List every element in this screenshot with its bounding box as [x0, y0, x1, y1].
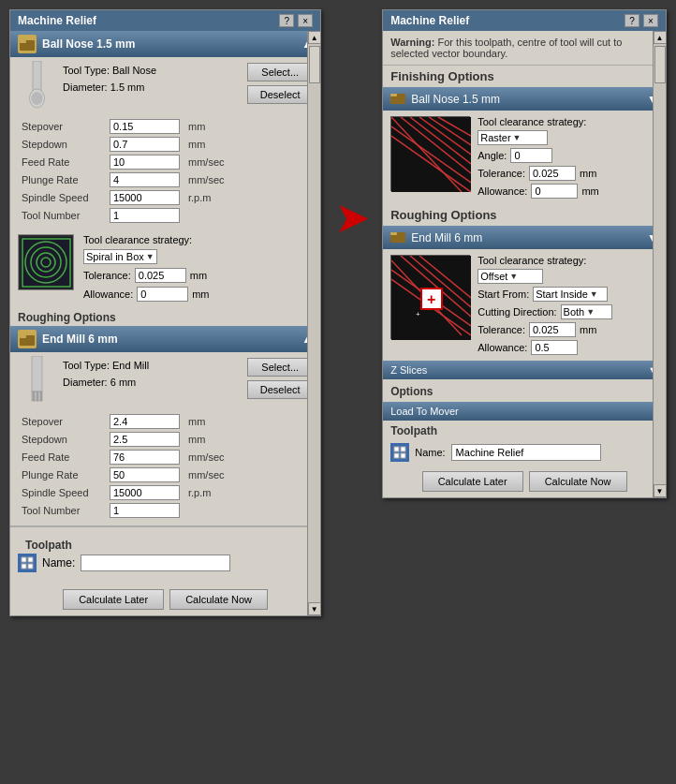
- scroll-track[interactable]: [308, 44, 320, 602]
- f-stepover-input[interactable]: [110, 119, 180, 134]
- r-toolnum-label: Tool Number: [22, 505, 106, 516]
- left-panel-titlebar: Machine Relief ? ×: [10, 10, 320, 31]
- warning-label: Warning:: [390, 37, 434, 48]
- f-stepdown-input[interactable]: [110, 137, 180, 152]
- finishing-select-button[interactable]: Select...: [247, 63, 313, 81]
- right-r-strategy-label: Tool clearance strategy:: [478, 255, 611, 266]
- right-toolpath-title: Toolpath: [383, 421, 666, 439]
- right-r-cutdir-arrow: ▼: [586, 307, 595, 317]
- right-f-strategy-arrow: ▼: [513, 133, 522, 142]
- f-spindle-input[interactable]: [110, 190, 180, 205]
- r-spindle-unit: r.p.m: [188, 487, 235, 498]
- finishing-deselect-button[interactable]: Deselect: [247, 85, 313, 104]
- f-spindle-unit: r.p.m: [188, 192, 235, 203]
- zslices-label: Z Slices: [390, 364, 427, 376]
- roughing-select-button[interactable]: Select...: [247, 358, 313, 377]
- finishing-tolerance-input[interactable]: [135, 268, 186, 283]
- right-r-cutdir-select[interactable]: Both ▼: [561, 304, 612, 319]
- right-calc-now-button[interactable]: Calculate Now: [529, 471, 627, 492]
- r-stepover-label: Stepover: [22, 416, 106, 427]
- finishing-strategy-select[interactable]: Spiral in Box ▼: [83, 249, 157, 264]
- svg-rect-20: [22, 564, 26, 569]
- right-name-label: Name:: [415, 447, 445, 458]
- right-scroll-up-btn[interactable]: ▲: [654, 31, 667, 44]
- r-stepdown-label: Stepdown: [22, 434, 106, 445]
- right-finishing-controls: Tool clearance strategy: Raster ▼ Angle:…: [478, 116, 599, 199]
- svg-rect-12: [20, 335, 26, 338]
- f-toolnum-input[interactable]: [110, 208, 180, 223]
- right-r-startfrom-label: Start From:: [478, 288, 529, 300]
- left-scrollbar[interactable]: ▲ ▼: [307, 31, 320, 615]
- right-roughing-content: + + Tool clearance strategy: Offset ▼ St…: [383, 249, 666, 361]
- right-titlebar-buttons: ? ×: [625, 14, 658, 27]
- right-f-angle-input[interactable]: [510, 148, 552, 163]
- r-plungerate-input[interactable]: [110, 467, 180, 482]
- right-f-tolerance-row: Tolerance: mm: [478, 166, 599, 181]
- svg-rect-5: [21, 237, 72, 288]
- close-button[interactable]: ×: [298, 14, 313, 27]
- right-f-tolerance-input[interactable]: [529, 166, 576, 181]
- help-button[interactable]: ?: [279, 14, 294, 27]
- right-help-button[interactable]: ?: [625, 14, 639, 27]
- r-stepdown-input[interactable]: [110, 432, 180, 447]
- right-scrollbar[interactable]: ▲ ▼: [653, 31, 666, 497]
- load-label: Load To Mover: [390, 406, 459, 417]
- right-name-row: Name:: [383, 439, 666, 466]
- finishing-allowance-unit: mm: [192, 288, 209, 300]
- right-r-strategy-select[interactable]: Offset ▼: [478, 269, 543, 284]
- r-plungerate-label: Plunge Rate: [22, 469, 106, 481]
- right-roughing-folder-icon: [390, 229, 405, 245]
- left-bottom-buttons: Calculate Later Calculate Now: [10, 584, 320, 615]
- right-r-startfrom-select[interactable]: Start Inside ▼: [533, 287, 608, 302]
- right-close-button[interactable]: ×: [643, 14, 658, 27]
- right-r-cutdir-label: Cutting Direction:: [478, 306, 556, 318]
- finishing-tolerance-unit: mm: [190, 270, 207, 281]
- r-feedrate-label: Feed Rate: [22, 451, 106, 463]
- finishing-tool-actions: Select... Deselect: [247, 63, 313, 104]
- finishing-allowance-input[interactable]: [137, 287, 188, 302]
- left-calc-now-button[interactable]: Calculate Now: [169, 589, 268, 610]
- r-spindle-label: Spindle Speed: [22, 487, 106, 498]
- r-spindle-input[interactable]: [110, 485, 180, 500]
- right-r-tolerance-input[interactable]: [529, 322, 576, 337]
- svg-rect-1: [20, 40, 26, 43]
- titlebar-buttons: ? ×: [279, 14, 313, 27]
- right-roughing-title: Roughing Options: [383, 204, 666, 226]
- right-scroll-thumb[interactable]: [654, 46, 666, 83]
- svg-rect-21: [28, 564, 33, 569]
- r-feedrate-input[interactable]: [110, 450, 180, 465]
- right-scroll-track[interactable]: [654, 44, 666, 484]
- right-r-startfrom-value: Start Inside: [536, 288, 588, 300]
- finishing-params-grid: Stepover mm Stepdown mm Feed Rate mm/sec…: [10, 115, 320, 230]
- f-feedrate-input[interactable]: [110, 155, 180, 170]
- svg-rect-48: [401, 453, 405, 458]
- roughing-tool-header-inner: End Mill 6 mm: [18, 330, 118, 348]
- right-f-allowance-input[interactable]: [531, 184, 578, 199]
- right-r-startfrom-row: Start From: Start Inside ▼: [478, 287, 611, 302]
- spiral-image: [18, 234, 74, 290]
- scroll-up-btn[interactable]: ▲: [308, 31, 321, 44]
- r-toolnum-input[interactable]: [110, 503, 180, 518]
- svg-rect-46: [401, 447, 405, 451]
- f-plungerate-unit: mm/sec: [188, 174, 235, 185]
- right-r-allowance-input[interactable]: [531, 340, 578, 355]
- load-bar: Load To Mover: [383, 402, 666, 421]
- roughing-tool-folder-icon: [18, 330, 37, 348]
- right-roughing-tool-header: End Mill 6 mm ▼: [383, 226, 666, 249]
- f-toolnum-label: Tool Number: [22, 210, 106, 221]
- right-f-allowance-unit: mm: [581, 185, 598, 197]
- right-calc-later-button[interactable]: Calculate Later: [422, 471, 523, 492]
- scroll-down-btn[interactable]: ▼: [308, 602, 321, 615]
- f-plungerate-input[interactable]: [110, 172, 180, 187]
- roughing-deselect-button[interactable]: Deselect: [247, 380, 313, 399]
- scroll-thumb[interactable]: [309, 46, 320, 83]
- left-calc-later-button[interactable]: Calculate Later: [63, 589, 164, 610]
- right-f-strategy-select[interactable]: Raster ▼: [478, 130, 548, 145]
- roughing-tool-type: Tool Type: End Mill: [63, 358, 149, 375]
- toolpath-name-input[interactable]: [81, 555, 230, 571]
- right-name-input[interactable]: [451, 444, 601, 461]
- r-stepover-input[interactable]: [110, 414, 180, 429]
- finishing-tool-info: Tool Type: Ball Nose Diameter: 1.5 mm: [63, 63, 156, 96]
- right-scroll-down-btn[interactable]: ▼: [654, 484, 667, 497]
- finishing-strategy-label: Tool clearance strategy:: [83, 234, 192, 245]
